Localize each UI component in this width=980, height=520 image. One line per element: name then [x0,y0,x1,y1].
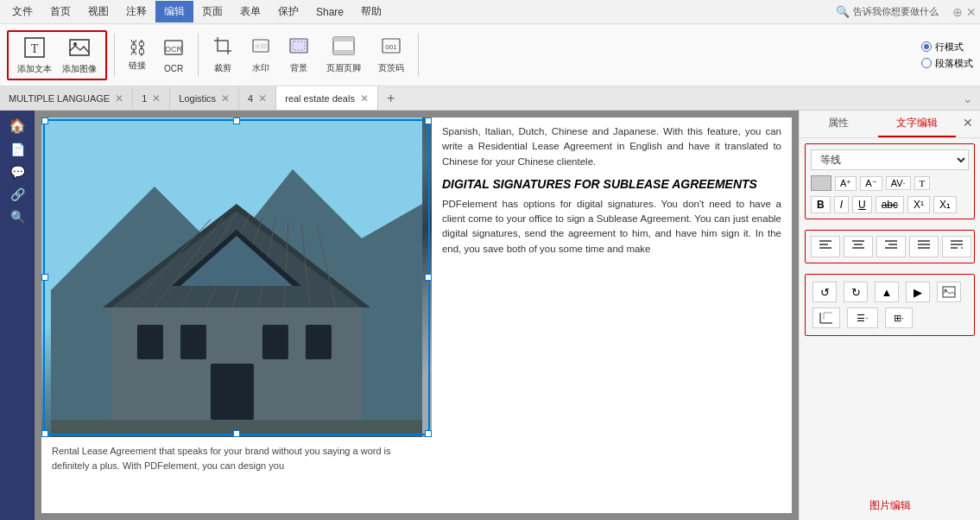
bates-button[interactable]: 001 页茨码 [371,32,411,78]
ocr-button[interactable]: OCR OCR [156,34,191,77]
toolbar: T 添加文本 添加图像 [0,24,980,86]
sidebar-comment-btn[interactable]: 💬 [2,162,33,182]
sidebar-bookmark-btn[interactable]: 📄 [2,139,33,160]
svg-rect-12 [333,50,354,54]
font-section: 等线 Arial Times New Roman A⁺ A⁻ AV· T B I… [805,143,975,219]
background-icon [288,35,309,60]
toolbar-add-section: T 添加文本 添加图像 [7,30,107,80]
background-button[interactable]: 背景 [281,32,316,78]
add-text-button[interactable]: T 添加文本 [14,34,55,77]
menu-help[interactable]: 帮助 [352,1,390,22]
bates-label: 页茨码 [378,62,404,74]
header-footer-button[interactable]: 页眉页脚 [319,32,368,78]
menu-annotate[interactable]: 注释 [117,1,155,22]
align-left-button[interactable] [811,236,840,257]
menu-file[interactable]: 文件 [3,1,41,22]
menu-view[interactable]: 视图 [79,1,117,22]
svg-rect-36 [211,364,254,420]
tab-1[interactable]: 1 ✕ [133,86,170,111]
menu-share[interactable]: Share [307,3,352,22]
header-footer-icon [332,35,356,60]
svg-text:001: 001 [385,43,397,51]
menu-home[interactable]: 首页 [41,1,79,22]
tab-real-estate-label: real estate deals [285,93,355,104]
font-family-select[interactable]: 等线 Arial Times New Roman [811,149,969,170]
shape-row-1: ↺ ↻ ▲ ▶ [812,282,967,302]
font-type-button[interactable]: T [914,176,931,190]
menu-edit[interactable]: 编辑 [155,1,193,22]
rotate-ccw-button[interactable]: ↺ [812,282,837,302]
tab-logistics[interactable]: Logistics ✕ [170,86,239,111]
tab-add-button[interactable]: + [378,91,403,106]
superscript-button[interactable]: X¹ [907,196,930,213]
watermark-label: 水印 [252,62,269,74]
font-size-up-button[interactable]: A⁺ [835,176,857,191]
para-mode-option[interactable]: 段落模式 [921,57,973,70]
svg-text:水印: 水印 [255,43,267,49]
panel-tab-properties[interactable]: 属性 [800,111,878,137]
tab-multiple-language-close[interactable]: ✕ [115,92,123,105]
tab-multiple-language[interactable]: MULTIPLE LANGUAGE ✕ [0,86,133,111]
comment-icon: 💬 [10,165,25,179]
para-mode-radio[interactable] [921,58,932,68]
align-center-button[interactable] [844,236,873,257]
align-justify-button[interactable] [909,236,939,257]
layers-button[interactable]: ☰· [847,308,878,328]
panel-close-button[interactable]: ✕ [956,111,980,137]
svg-text:T: T [31,42,39,55]
menu-page[interactable]: 页面 [193,1,231,22]
shape-row-2: ☰· ⊞· [812,308,967,328]
rotate-cw-button[interactable]: ↻ [844,282,868,302]
strikethrough-button[interactable]: abc [876,196,904,213]
underline-button[interactable]: U [852,196,872,213]
sidebar-link-btn[interactable]: 🔗 [2,184,33,205]
main-area: 🏠 📄 💬 🔗 🔍 [0,111,980,520]
font-size-down-button[interactable]: A⁻ [860,176,882,191]
crop-icon [212,35,233,60]
toolbar-mode: 行模式 段落模式 [921,41,973,70]
crop-button[interactable]: 裁剪 [205,32,240,78]
tabs-more-button[interactable]: ⌄ [963,92,980,105]
left-sidebar: 🏠 📄 💬 🔗 🔍 [0,111,35,520]
font-spacing-button[interactable]: AV· [886,176,911,190]
tab-1-close[interactable]: ✕ [152,92,161,105]
menu-form[interactable]: 表单 [231,1,269,22]
tab-4-label: 4 [248,93,253,104]
crop-shape-button[interactable] [812,308,840,328]
align-right-button[interactable] [876,236,906,257]
tab-real-estate[interactable]: real estate deals ✕ [276,86,378,111]
row-mode-radio[interactable] [921,41,932,52]
bold-button[interactable]: B [811,196,831,213]
grid-button[interactable]: ⊞· [885,308,913,328]
bookmark-icon: 📄 [10,143,25,156]
doc-bottom-text: Rental Lease Agreement that speaks for y… [41,437,432,479]
tab-1-label: 1 [142,93,147,104]
svg-rect-35 [306,325,332,359]
sidebar-home-btn[interactable]: 🏠 [2,114,33,137]
watermark-button[interactable]: 水印 水印 [243,32,278,78]
align-list-button[interactable] [942,236,971,257]
doc-image-section: Rental Lease Agreement that speaks for y… [41,117,432,513]
right-panel: 属性 文字编辑 ✕ 等线 Arial Times New Roman A⁺ A⁻… [799,111,980,520]
search-sidebar-icon: 🔍 [10,210,25,224]
image-edit-label[interactable]: 图片编辑 [800,491,980,520]
svg-rect-32 [137,325,163,359]
sidebar-search-btn[interactable]: 🔍 [2,206,33,227]
add-image-button[interactable]: 添加图像 [59,34,100,77]
italic-button[interactable]: I [834,196,849,213]
bates-icon: 001 [381,35,401,60]
tab-4[interactable]: 4 ✕ [239,86,276,111]
toolbar-divider-3 [418,34,419,77]
tab-real-estate-close[interactable]: ✕ [360,92,369,105]
menu-protect[interactable]: 保护 [269,1,307,22]
tab-4-close[interactable]: ✕ [258,92,267,105]
panel-tab-text-edit[interactable]: 文字编辑 [878,111,957,137]
image-insert-button[interactable] [937,282,961,302]
row-mode-option[interactable]: 行模式 [921,41,973,54]
tab-logistics-close[interactable]: ✕ [221,92,230,105]
subscript-button[interactable]: X₁ [933,196,957,213]
play-button[interactable]: ▶ [906,282,930,302]
flip-vertical-button[interactable]: ▲ [875,282,899,302]
font-color-picker[interactable] [811,175,831,191]
link-button[interactable]: ⛓ 链接 [122,35,153,75]
